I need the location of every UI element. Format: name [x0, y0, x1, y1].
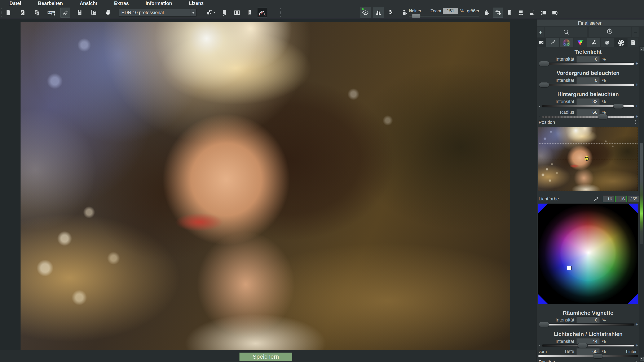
slider-handle[interactable] [578, 343, 588, 348]
slider-handle[interactable] [598, 114, 608, 119]
tab-3d-view[interactable] [589, 27, 631, 37]
scrollbar-thumb[interactable] [640, 143, 643, 244]
slider-handle[interactable] [539, 82, 549, 87]
slider-plus[interactable]: + [636, 84, 638, 86]
zoom-slider-handle[interactable] [412, 14, 420, 18]
slider-track[interactable] [538, 355, 638, 357]
vordergrund-intensity-slider[interactable]: - + [536, 82, 640, 88]
slider-plus[interactable]: + [636, 105, 638, 107]
lichtschein-intensity-slider[interactable]: - + [536, 343, 640, 348]
scroll-up-button[interactable] [640, 47, 644, 51]
menu-information[interactable]: Information [146, 1, 172, 6]
red-value-input[interactable]: 16 [603, 196, 614, 202]
print-button[interactable] [103, 8, 113, 18]
slider-track[interactable] [542, 344, 634, 347]
slider-track[interactable] [542, 63, 634, 65]
slider-handle[interactable] [539, 61, 549, 66]
panel-scrollbar[interactable] [639, 46, 644, 362]
menu-lizenz[interactable]: Lizenz [189, 1, 204, 6]
corner-blue [628, 204, 638, 214]
preset-dropdown[interactable]: HDR 10 professional [118, 9, 196, 17]
raw-develop-button[interactable]: RAW [46, 8, 56, 18]
panel-tab-row: + − [537, 27, 638, 37]
menu-bearbeiten[interactable]: Bearbeiten [38, 1, 63, 6]
remove-preset-button[interactable]: − [632, 27, 638, 37]
menu-datei[interactable]: Datei [10, 1, 21, 6]
slider-plus[interactable]: + [636, 323, 638, 326]
rotate-left-button[interactable] [538, 8, 548, 18]
light-color-picker[interactable] [538, 204, 638, 304]
softproof-button[interactable] [386, 7, 397, 18]
pipette-icon[interactable] [594, 196, 599, 203]
tiefenlicht-intensity-slider[interactable]: - + [536, 61, 640, 66]
resize-width-button[interactable] [516, 8, 526, 18]
toolbar-grip[interactable] [1, 8, 2, 17]
slider-minus[interactable]: - [538, 115, 541, 118]
settings-button[interactable] [60, 8, 70, 18]
tab-color-tools[interactable] [560, 38, 573, 47]
position-preview-thumbnail[interactable] [538, 127, 638, 191]
lichtschein-tiefe-slider[interactable] [536, 353, 640, 359]
chevron-down-icon [192, 12, 195, 14]
menu-ansicht[interactable]: Ansicht [80, 1, 97, 6]
compare-view-button[interactable] [232, 8, 242, 18]
tab-texture-ball[interactable] [601, 38, 614, 47]
original-compare-button[interactable] [360, 7, 371, 18]
zoom-slider[interactable] [409, 15, 479, 17]
send-to-device-button[interactable] [204, 8, 217, 18]
slider-plus[interactable]: + [636, 62, 638, 65]
save-button[interactable]: Speichern [240, 352, 292, 361]
hue-sphere[interactable] [538, 204, 638, 303]
tab-color-space[interactable] [574, 38, 586, 47]
menu-extras[interactable]: Extras [114, 1, 129, 6]
slider-minus[interactable]: - [538, 105, 541, 107]
tab-grain-filter[interactable] [537, 38, 546, 47]
add-preset-button[interactable]: + [537, 27, 544, 37]
histogram-button[interactable] [257, 8, 267, 18]
slider-track[interactable] [542, 105, 634, 107]
recent-images-button[interactable] [18, 8, 28, 18]
hintergrund-intensity-slider[interactable]: - + [536, 103, 640, 109]
color-selection-marker[interactable] [567, 266, 572, 270]
slider-track[interactable] [542, 84, 634, 86]
move-position-icon[interactable] [633, 359, 638, 362]
canvas-texture-button[interactable] [504, 8, 514, 18]
canvas-photo[interactable] [20, 22, 510, 350]
scroll-down-button[interactable] [640, 357, 644, 361]
tab-retouch-brush[interactable] [546, 38, 559, 47]
slider-handle[interactable] [593, 353, 603, 358]
save-project-button[interactable] [74, 8, 85, 18]
batch-processing-button[interactable] [32, 8, 42, 18]
rotate-right-button[interactable] [550, 8, 560, 18]
slider-track[interactable] [542, 323, 634, 326]
preset-arrow-button[interactable] [190, 9, 196, 16]
tab-search[interactable] [545, 27, 587, 37]
panel-scroll-content: Tiefenlicht Intensität 0 % - + Vordergru… [536, 48, 640, 362]
new-image-button[interactable] [3, 8, 14, 18]
tab-node-graph[interactable] [587, 38, 600, 47]
blue-value-input[interactable]: 255 [628, 196, 639, 202]
slider-track[interactable] [542, 116, 634, 118]
move-position-icon[interactable] [633, 120, 638, 125]
slider-minus[interactable]: - [538, 344, 541, 347]
tab-aperture-effects[interactable] [614, 38, 628, 47]
crop-rotate-button[interactable] [493, 8, 503, 18]
slider-plus[interactable]: + [636, 344, 638, 347]
tab-preset-document[interactable] [628, 38, 638, 47]
resize-height-button[interactable] [527, 8, 537, 18]
reload-image-button[interactable] [220, 8, 230, 18]
green-value-input[interactable]: 16 [615, 196, 626, 202]
vignette-intensity-slider[interactable]: - + [536, 322, 640, 327]
zoom-in-view-button[interactable] [481, 7, 492, 18]
section-title-vordergrund: Vordergrund beleuchten [536, 70, 640, 76]
slider-handle[interactable] [539, 322, 549, 327]
slider-plus[interactable]: + [636, 115, 638, 118]
detail-inspector-button[interactable] [245, 8, 255, 18]
zoom-out-view-button[interactable] [399, 7, 410, 18]
slider-handle[interactable] [614, 104, 624, 109]
zoom-value-input[interactable]: 151 [443, 8, 458, 14]
flip-horizontal-button[interactable] [373, 7, 384, 18]
zoom-smaller-label: kleiner [409, 9, 421, 14]
save-copy-button[interactable] [89, 8, 99, 18]
hintergrund-radius-slider[interactable]: - + [536, 114, 640, 119]
